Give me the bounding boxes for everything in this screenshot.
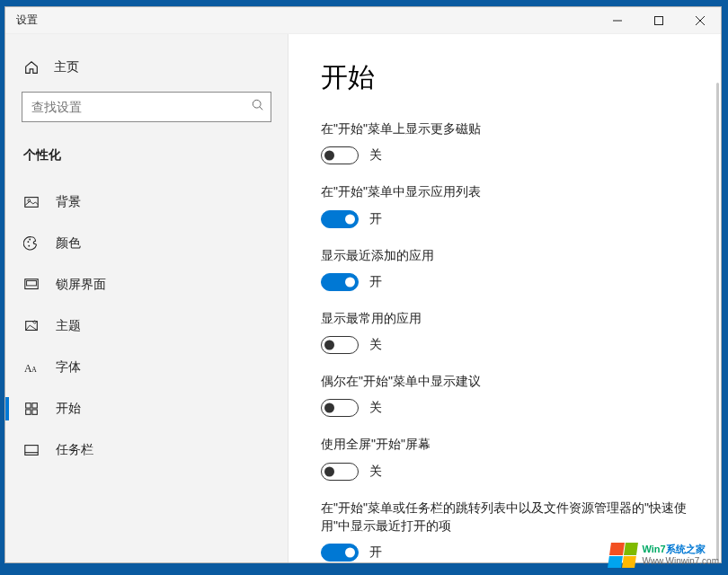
search-icon	[252, 99, 264, 115]
setting-label: 在"开始"菜单或任务栏的跳转列表中以及文件资源管理器的"快速使用"中显示最近打开…	[321, 499, 688, 535]
sidebar-item-3[interactable]: 主题	[5, 305, 288, 347]
sidebar-item-label: 开始	[56, 401, 81, 417]
settings-list: 在"开始"菜单上显示更多磁贴关在"开始"菜单中显示应用列表开显示最近添加的应用开…	[321, 119, 688, 562]
window-title: 设置	[16, 13, 38, 28]
minimize-button[interactable]	[597, 7, 638, 33]
toggle-switch[interactable]	[321, 336, 359, 354]
setting-label: 使用全屏"开始"屏幕	[321, 435, 688, 453]
window-body: 主页 个性化 背景颜色锁屏界面主题AA字体开始任务栏 开始 在"开始"菜单上显示…	[5, 34, 721, 562]
setting-label: 偶尔在"开始"菜单中显示建议	[321, 372, 688, 390]
theme-icon	[23, 318, 40, 334]
sidebar-item-0[interactable]: 背景	[5, 181, 288, 223]
sidebar-section-label: 个性化	[5, 140, 288, 172]
setting-3: 显示最常用的应用关	[321, 309, 688, 354]
setting-label: 显示最近添加的应用	[321, 246, 688, 264]
close-icon	[696, 16, 705, 25]
setting-1: 在"开始"菜单中显示应用列表开	[321, 182, 688, 227]
setting-4: 偶尔在"开始"菜单中显示建议关	[321, 372, 688, 417]
toggle-row: 关	[321, 146, 688, 164]
svg-rect-19	[32, 410, 37, 414]
setting-5: 使用全屏"开始"屏幕关	[321, 435, 688, 480]
toggle-switch[interactable]	[321, 210, 359, 228]
palette-icon	[23, 235, 40, 252]
toggle-row: 开	[321, 273, 688, 291]
sidebar: 主页 个性化 背景颜色锁屏界面主题AA字体开始任务栏	[5, 34, 289, 562]
svg-text:A: A	[31, 366, 37, 374]
setting-0: 在"开始"菜单上显示更多磁贴关	[321, 119, 688, 164]
svg-line-5	[260, 107, 263, 111]
content-scrollbar[interactable]	[716, 83, 719, 561]
svg-point-9	[29, 239, 31, 241]
toggle-switch[interactable]	[321, 544, 359, 562]
settings-window: 设置 主页	[4, 6, 722, 563]
sidebar-item-6[interactable]: 任务栏	[5, 429, 288, 471]
toggle-state-label: 开	[369, 544, 382, 561]
toggle-switch[interactable]	[321, 399, 359, 417]
picture-icon	[23, 194, 40, 210]
setting-label: 在"开始"菜单中显示应用列表	[321, 182, 688, 200]
svg-rect-16	[26, 403, 31, 408]
sidebar-item-2[interactable]: 锁屏界面	[5, 264, 288, 305]
setting-6: 在"开始"菜单或任务栏的跳转列表中以及文件资源管理器的"快速使用"中显示最近打开…	[321, 499, 688, 562]
home-icon	[23, 59, 40, 75]
taskbar-icon	[23, 442, 40, 458]
toggle-row: 关	[321, 336, 688, 354]
toggle-switch[interactable]	[321, 463, 359, 481]
svg-rect-1	[655, 16, 663, 24]
sidebar-item-label: 字体	[56, 359, 81, 376]
toggle-row: 开	[321, 544, 688, 562]
toggle-row: 关	[321, 463, 688, 481]
page-title: 开始	[321, 59, 688, 96]
setting-label: 在"开始"菜单上显示更多磁贴	[321, 119, 688, 137]
sidebar-item-label: 任务栏	[56, 442, 93, 458]
svg-rect-20	[25, 446, 38, 456]
minimize-icon	[613, 16, 622, 25]
close-button[interactable]	[679, 7, 721, 33]
sidebar-nav: 背景颜色锁屏界面主题AA字体开始任务栏	[5, 181, 288, 471]
svg-rect-17	[32, 403, 37, 408]
titlebar: 设置	[5, 7, 721, 34]
home-link[interactable]: 主页	[5, 52, 288, 92]
toggle-state-label: 关	[369, 337, 382, 353]
sidebar-item-label: 颜色	[56, 235, 81, 252]
window-controls	[597, 7, 721, 33]
sidebar-item-label: 主题	[56, 318, 81, 334]
setting-label: 显示最常用的应用	[321, 309, 688, 327]
sidebar-item-5[interactable]: 开始	[5, 388, 288, 429]
toggle-state-label: 关	[369, 400, 382, 416]
search-wrap	[22, 92, 271, 122]
sidebar-item-1[interactable]: 颜色	[5, 223, 288, 264]
toggle-state-label: 关	[369, 464, 382, 480]
svg-point-8	[28, 241, 30, 243]
svg-point-10	[28, 245, 30, 247]
font-icon: AA	[23, 359, 40, 376]
sidebar-item-4[interactable]: AA字体	[5, 347, 288, 388]
maximize-button[interactable]	[638, 7, 679, 33]
toggle-state-label: 开	[369, 211, 382, 227]
sidebar-item-label: 背景	[56, 194, 81, 210]
toggle-row: 开	[321, 210, 688, 228]
toggle-state-label: 开	[369, 274, 382, 290]
toggle-switch[interactable]	[321, 273, 359, 291]
home-label: 主页	[54, 59, 79, 75]
content-pane: 开始 在"开始"菜单上显示更多磁贴关在"开始"菜单中显示应用列表开显示最近添加的…	[289, 34, 721, 562]
toggle-row: 关	[321, 399, 688, 417]
svg-rect-18	[26, 410, 31, 414]
toggle-state-label: 关	[369, 147, 382, 164]
sidebar-item-label: 锁屏界面	[56, 277, 106, 293]
search-input[interactable]	[22, 92, 271, 122]
maximize-icon	[654, 16, 663, 25]
start-icon	[23, 401, 40, 417]
setting-2: 显示最近添加的应用开	[321, 246, 688, 291]
toggle-switch[interactable]	[321, 146, 359, 164]
svg-rect-12	[27, 281, 37, 286]
lockscreen-icon	[23, 277, 40, 293]
